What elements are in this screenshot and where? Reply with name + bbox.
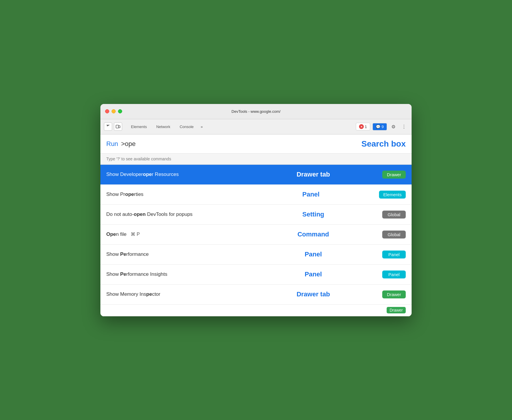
result-badge: Drawer (382, 171, 406, 179)
result-type: Panel (244, 271, 382, 278)
run-label: Run (106, 140, 118, 148)
result-name: Show Performance (106, 251, 244, 257)
error-count-button[interactable]: ✕ 1 (356, 123, 370, 130)
result-item-open-file[interactable]: Open file ⌘ P Command Global (100, 225, 412, 245)
partial-badge: Drawer (387, 307, 406, 313)
inspect-element-button[interactable] (104, 122, 112, 131)
result-badge: Global (382, 231, 406, 238)
traffic-lights (105, 109, 122, 113)
tab-network[interactable]: Network (152, 123, 174, 131)
maximize-button[interactable] (118, 109, 122, 113)
result-badge: Global (382, 211, 406, 219)
more-tabs-button[interactable]: » (199, 123, 205, 130)
title-bar: DevTools - www.google.com/ (100, 104, 412, 119)
result-badge: Elements (379, 191, 406, 199)
more-icon: ⋮ (402, 124, 406, 130)
result-type: Drawer tab (244, 171, 382, 178)
minimize-button[interactable] (112, 109, 116, 113)
message-count-button[interactable]: 💬 9 (373, 123, 387, 130)
tab-elements[interactable]: Elements (127, 123, 151, 131)
command-panel: Run >ope Search box Type '?' to see avai… (100, 135, 412, 316)
settings-button[interactable]: ⚙ (389, 122, 398, 131)
shortcut: ⌘ P (131, 232, 140, 237)
result-item-show-properties[interactable]: Show Properties Panel Elements (100, 185, 412, 205)
device-toggle-button[interactable] (114, 122, 122, 131)
command-header: Run >ope Search box (100, 135, 412, 154)
result-type: Command (244, 231, 382, 238)
result-type: Setting (244, 211, 382, 218)
close-button[interactable] (105, 109, 109, 113)
result-name: Show Memory Inspector (106, 291, 244, 297)
result-type: Panel (243, 191, 379, 198)
hint-text: Type '?' to see available commands (106, 157, 171, 161)
window-title: DevTools - www.google.com/ (232, 109, 281, 114)
result-item-show-developer-resources[interactable]: Show Developeroper Resources Drawer tab … (100, 165, 412, 185)
result-name: Show Developeroper Resources (106, 172, 244, 177)
svg-rect-0 (116, 125, 119, 128)
message-count: 9 (382, 125, 384, 129)
partial-result-row[interactable]: Drawer (100, 305, 412, 316)
error-icon: ✕ (360, 125, 363, 128)
result-name: Open file ⌘ P (106, 231, 244, 237)
svg-rect-1 (119, 126, 120, 128)
message-icon: 💬 (376, 125, 380, 129)
result-item-no-auto-open[interactable]: Do not auto-open DevTools for popups Set… (100, 205, 412, 225)
result-badge: Drawer (382, 290, 406, 298)
more-options-button[interactable]: ⋮ (400, 122, 408, 131)
result-item-show-performance[interactable]: Show Performance Panel Panel (100, 245, 412, 265)
results-list: Show Developeroper Resources Drawer tab … (100, 164, 412, 316)
search-box-label: Search box (361, 139, 406, 149)
result-type: Panel (244, 251, 382, 258)
toolbar-right: ✕ 1 💬 9 ⚙ ⋮ (356, 122, 408, 131)
result-badge: Panel (382, 271, 406, 278)
hint-bar: Type '?' to see available commands (100, 154, 412, 164)
error-count: 1 (365, 125, 367, 129)
gear-icon: ⚙ (391, 124, 395, 130)
result-badge: Panel (382, 251, 406, 258)
tab-console[interactable]: Console (176, 123, 198, 131)
toolbar-icons (104, 122, 122, 131)
error-badge: ✕ (359, 124, 364, 129)
result-type: Drawer tab (244, 290, 382, 298)
toolbar: Elements Network Console » ✕ 1 💬 9 ⚙ ⋮ (100, 119, 412, 135)
devtools-window: DevTools - www.google.com/ Elements Netw… (100, 104, 412, 316)
tab-navigation: Elements Network Console » (127, 123, 353, 131)
result-name: Do not auto-open DevTools for popups (106, 211, 244, 217)
result-item-show-performance-insights[interactable]: Show Performance Insights Panel Panel (100, 265, 412, 285)
result-name: Show Properties (106, 191, 243, 197)
result-item-show-memory-inspector[interactable]: Show Memory Inspector Drawer tab Drawer (100, 285, 412, 305)
result-name: Show Performance Insights (106, 271, 244, 277)
command-query: >ope (119, 140, 136, 148)
